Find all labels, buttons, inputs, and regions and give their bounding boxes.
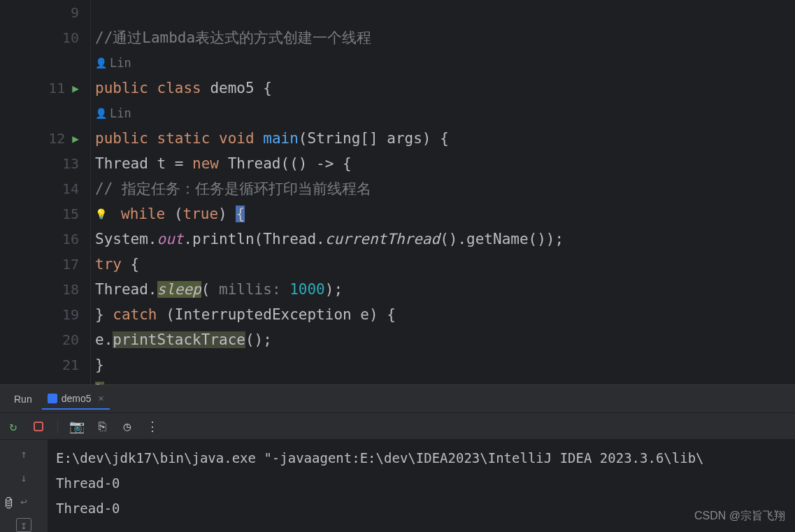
class-name: demo5	[210, 80, 254, 96]
line-number: 12	[37, 130, 65, 147]
author-icon: 👤	[95, 57, 107, 69]
keyword: new	[192, 155, 219, 172]
rerun-icon[interactable]: ↻	[7, 420, 20, 433]
brace: }	[95, 306, 113, 323]
params: (String[] args) {	[299, 130, 449, 147]
left-stripe-icon[interactable]: 🛢	[0, 494, 17, 511]
run-side-toolbar: ↑ ↓ ↩ ↧	[0, 440, 48, 532]
keyword: try	[95, 256, 122, 273]
method-call: printStackTrace	[113, 331, 245, 348]
number-literal: 1000	[289, 281, 325, 298]
keyword: static	[157, 130, 210, 147]
cursor-position: {	[236, 206, 245, 222]
code-text: Thread t =	[95, 155, 192, 172]
exit-icon[interactable]: ⎘	[96, 420, 108, 433]
author-name: Lin	[110, 56, 131, 70]
author-icon: 👤	[95, 108, 107, 119]
code-text: ();	[245, 331, 272, 348]
gutter: 9 10 11▶ 12▶ 13 14 15 16 17 18 19 20 21	[0, 0, 91, 384]
console-output[interactable]: E:\dev\jdk17\bin\java.exe "-javaagent:E:…	[48, 440, 795, 532]
method-name: main	[263, 130, 299, 147]
keyword: while	[121, 206, 165, 222]
more-icon[interactable]: ⋮	[146, 420, 159, 433]
screenshot-icon[interactable]: 📷	[71, 420, 83, 433]
keyword: class	[157, 80, 201, 96]
code-text: (InterruptedException e) {	[157, 306, 396, 323]
code-text: ().getName());	[440, 231, 564, 247]
stop-icon[interactable]	[32, 420, 45, 433]
keyword: public	[95, 130, 148, 147]
brace: }	[95, 357, 104, 373]
line-number: 15	[51, 206, 79, 222]
code-editor[interactable]: 9 10 11▶ 12▶ 13 14 15 16 17 18 19 20 21 …	[0, 0, 795, 384]
line-number: 20	[51, 331, 79, 348]
method-call: currentThread	[325, 231, 440, 247]
run-toolbar: ↻ 📷 ⎘ ◷ ⋮	[0, 413, 795, 440]
brace: }	[95, 382, 104, 384]
code-text: e.	[95, 331, 113, 348]
code-text: .println(Thread.	[183, 231, 324, 247]
run-label: Run	[7, 389, 39, 409]
paren: )	[218, 206, 227, 222]
keyword: catch	[113, 306, 157, 323]
line-number: 10	[51, 29, 79, 46]
keyword: public	[95, 80, 148, 96]
line-number: 21	[51, 357, 79, 373]
console-line: Thread-0	[56, 470, 787, 496]
run-tab-demo5[interactable]: demo5 ×	[42, 389, 110, 410]
line-number: 17	[51, 256, 79, 273]
author-name: Lin	[110, 106, 131, 120]
code-text: System.	[95, 231, 157, 247]
line-number: 18	[51, 281, 79, 298]
code-comment: //通过Lambda表达式的方式创建一个线程	[95, 28, 371, 48]
intention-bulb-icon[interactable]: 💡	[95, 208, 107, 220]
code-text: Thread(() -> {	[219, 155, 352, 172]
run-tool-window: Run demo5 × ↻ 📷 ⎘ ◷ ⋮ ↑ ↓ ↩ ↧ E:\dev\jdk…	[0, 384, 795, 532]
scroll-down-icon[interactable]: ↓	[17, 470, 31, 484]
close-tab-icon[interactable]: ×	[99, 393, 104, 404]
paren: (	[201, 281, 210, 298]
soft-wrap-icon[interactable]: ↩	[17, 494, 31, 508]
field-ref: out	[157, 231, 184, 247]
line-number: 13	[51, 155, 79, 172]
inlay-hint: millis:	[210, 281, 289, 298]
keyword: void	[219, 130, 255, 147]
paren: (	[174, 206, 183, 222]
toolbar-divider	[57, 419, 58, 433]
brace: {	[263, 80, 272, 96]
method-call: sleep	[157, 281, 201, 298]
code-area[interactable]: //通过Lambda表达式的方式创建一个线程 👤Lin public class…	[91, 0, 795, 384]
keyword: true	[183, 206, 219, 222]
line-number: 11	[37, 80, 65, 96]
code-text: Thread.	[95, 281, 157, 298]
console-line: E:\dev\jdk17\bin\java.exe "-javaagent:E:…	[56, 445, 787, 470]
console-line: Thread-0	[56, 496, 787, 521]
run-gutter-icon[interactable]: ▶	[72, 82, 79, 95]
line-number: 9	[51, 4, 79, 21]
run-tab-label: demo5	[62, 393, 92, 404]
code-comment: // 指定任务：任务是循环打印当前线程名	[95, 179, 371, 199]
run-gutter-icon[interactable]: ▶	[72, 132, 79, 145]
scroll-up-icon[interactable]: ↑	[17, 447, 31, 461]
brace: {	[122, 256, 139, 273]
line-number: 16	[51, 231, 79, 247]
run-config-icon	[48, 394, 57, 403]
run-tabs: Run demo5 ×	[0, 385, 795, 413]
profiler-icon[interactable]: ◷	[121, 420, 134, 433]
code-text: );	[325, 281, 343, 298]
line-number: 14	[51, 180, 79, 197]
line-number: 19	[51, 306, 79, 323]
watermark: CSDN @宗旨飞翔	[694, 509, 785, 524]
scroll-to-end-icon[interactable]: ↧	[16, 518, 31, 532]
